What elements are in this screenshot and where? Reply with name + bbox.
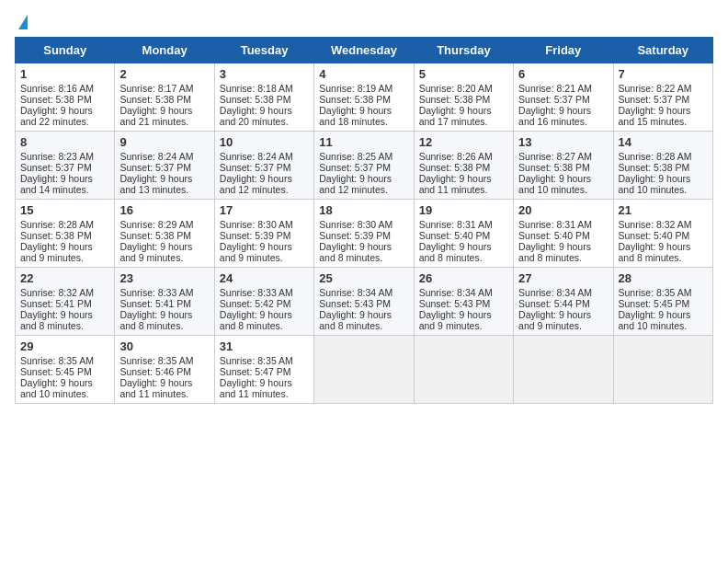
day-info-line: and 8 minutes. xyxy=(20,320,109,331)
day-number: 7 xyxy=(619,67,708,81)
day-info-line: Sunrise: 8:22 AM xyxy=(619,83,708,94)
day-info-line: Daylight: 9 hours xyxy=(220,173,309,184)
day-info-line: and 17 minutes. xyxy=(419,116,508,127)
day-info-line: Sunrise: 8:34 AM xyxy=(518,287,608,298)
day-info-line: Sunrise: 8:26 AM xyxy=(419,151,508,162)
day-info-line: Sunset: 5:38 PM xyxy=(419,162,508,173)
day-info-line: Sunset: 5:43 PM xyxy=(419,298,508,309)
day-info-line: Daylight: 9 hours xyxy=(518,105,608,116)
day-info-line: Sunrise: 8:24 AM xyxy=(220,151,309,162)
day-info-line: and 20 minutes. xyxy=(220,116,309,127)
day-number: 1 xyxy=(20,67,109,81)
day-info-line: Sunset: 5:45 PM xyxy=(20,366,109,377)
calendar-cell: 31Sunrise: 8:35 AMSunset: 5:47 PMDayligh… xyxy=(214,336,313,404)
day-info-line: Sunset: 5:38 PM xyxy=(518,162,608,173)
page-header xyxy=(15,15,713,29)
logo xyxy=(15,15,28,29)
day-info-line: Daylight: 9 hours xyxy=(518,241,608,252)
dow-header: Tuesday xyxy=(214,38,313,63)
day-number: 10 xyxy=(220,135,309,149)
day-info-line: Daylight: 9 hours xyxy=(119,173,209,184)
calendar-cell: 7Sunrise: 8:22 AMSunset: 5:37 PMDaylight… xyxy=(613,63,712,132)
calendar-cell xyxy=(314,336,414,404)
day-info-line: Daylight: 9 hours xyxy=(319,105,408,116)
calendar-cell: 27Sunrise: 8:34 AMSunset: 5:44 PMDayligh… xyxy=(514,268,613,336)
day-number: 29 xyxy=(20,339,109,353)
day-info-line: Sunset: 5:40 PM xyxy=(419,230,508,241)
day-info-line: Daylight: 9 hours xyxy=(220,377,309,388)
day-info-line: Daylight: 9 hours xyxy=(119,105,209,116)
calendar-cell: 10Sunrise: 8:24 AMSunset: 5:37 PMDayligh… xyxy=(214,132,313,200)
day-info-line: Sunrise: 8:35 AM xyxy=(619,287,708,298)
day-info-line: Sunset: 5:38 PM xyxy=(220,94,309,105)
day-info-line: Daylight: 9 hours xyxy=(419,309,508,320)
day-info-line: Sunrise: 8:30 AM xyxy=(220,219,309,230)
day-number: 8 xyxy=(20,135,109,149)
calendar-cell: 30Sunrise: 8:35 AMSunset: 5:46 PMDayligh… xyxy=(115,336,214,404)
day-info-line: Sunset: 5:40 PM xyxy=(619,230,708,241)
day-info-line: Daylight: 9 hours xyxy=(220,309,309,320)
calendar-cell xyxy=(414,336,513,404)
calendar-cell: 29Sunrise: 8:35 AMSunset: 5:45 PMDayligh… xyxy=(16,336,115,404)
calendar-cell: 19Sunrise: 8:31 AMSunset: 5:40 PMDayligh… xyxy=(414,200,513,268)
day-info-line: Daylight: 9 hours xyxy=(319,309,408,320)
calendar-cell: 6Sunrise: 8:21 AMSunset: 5:37 PMDaylight… xyxy=(514,63,613,132)
day-info-line: Sunrise: 8:20 AM xyxy=(419,83,508,94)
day-number: 13 xyxy=(518,135,608,149)
day-info-line: Sunset: 5:38 PM xyxy=(319,94,408,105)
calendar-cell: 14Sunrise: 8:28 AMSunset: 5:38 PMDayligh… xyxy=(613,132,712,200)
day-info-line: Sunrise: 8:29 AM xyxy=(119,219,209,230)
day-number: 18 xyxy=(319,203,408,217)
day-info-line: Sunset: 5:45 PM xyxy=(619,298,708,309)
day-info-line: and 16 minutes. xyxy=(518,116,608,127)
day-info-line: Daylight: 9 hours xyxy=(419,173,508,184)
day-info-line: Sunset: 5:43 PM xyxy=(319,298,408,309)
day-info-line: and 13 minutes. xyxy=(119,184,209,195)
day-info-line: Daylight: 9 hours xyxy=(419,241,508,252)
day-info-line: Sunset: 5:38 PM xyxy=(20,230,109,241)
day-info-line: Sunrise: 8:25 AM xyxy=(319,151,408,162)
day-info-line: Sunset: 5:37 PM xyxy=(619,94,708,105)
day-info-line: and 12 minutes. xyxy=(319,184,408,195)
day-info-line: Sunrise: 8:35 AM xyxy=(119,355,209,366)
day-info-line: Sunset: 5:42 PM xyxy=(220,298,309,309)
day-info-line: Sunset: 5:38 PM xyxy=(419,94,508,105)
calendar-cell: 3Sunrise: 8:18 AMSunset: 5:38 PMDaylight… xyxy=(214,63,313,132)
day-info-line: Sunset: 5:38 PM xyxy=(119,94,209,105)
day-number: 9 xyxy=(119,135,209,149)
day-info-line: Sunrise: 8:33 AM xyxy=(220,287,309,298)
day-info-line: Daylight: 9 hours xyxy=(619,105,708,116)
calendar-cell: 11Sunrise: 8:25 AMSunset: 5:37 PMDayligh… xyxy=(314,132,414,200)
day-info-line: and 10 minutes. xyxy=(619,320,708,331)
calendar-cell: 22Sunrise: 8:32 AMSunset: 5:41 PMDayligh… xyxy=(16,268,115,336)
day-number: 4 xyxy=(319,67,408,81)
day-info-line: Sunrise: 8:21 AM xyxy=(518,83,608,94)
dow-header: Thursday xyxy=(414,38,513,63)
day-info-line: Sunset: 5:40 PM xyxy=(518,230,608,241)
day-info-line: Daylight: 9 hours xyxy=(319,241,408,252)
calendar-cell: 9Sunrise: 8:24 AMSunset: 5:37 PMDaylight… xyxy=(115,132,214,200)
day-info-line: Sunrise: 8:24 AM xyxy=(119,151,209,162)
day-info-line: Sunset: 5:41 PM xyxy=(119,298,209,309)
day-info-line: and 8 minutes. xyxy=(518,252,608,263)
calendar-cell: 21Sunrise: 8:32 AMSunset: 5:40 PMDayligh… xyxy=(613,200,712,268)
day-info-line: and 8 minutes. xyxy=(220,320,309,331)
day-info-line: and 10 minutes. xyxy=(518,184,608,195)
calendar-cell: 8Sunrise: 8:23 AMSunset: 5:37 PMDaylight… xyxy=(16,132,115,200)
day-info-line: Daylight: 9 hours xyxy=(518,309,608,320)
day-info-line: Sunrise: 8:28 AM xyxy=(20,219,109,230)
day-info-line: and 9 minutes. xyxy=(419,320,508,331)
day-info-line: Sunrise: 8:27 AM xyxy=(518,151,608,162)
day-info-line: Sunset: 5:44 PM xyxy=(518,298,608,309)
day-info-line: Sunrise: 8:18 AM xyxy=(220,83,309,94)
day-number: 15 xyxy=(20,203,109,217)
day-info-line: Sunrise: 8:33 AM xyxy=(119,287,209,298)
day-info-line: Daylight: 9 hours xyxy=(119,241,209,252)
day-info-line: Daylight: 9 hours xyxy=(619,241,708,252)
day-info-line: Sunset: 5:39 PM xyxy=(220,230,309,241)
day-number: 20 xyxy=(518,203,608,217)
calendar-table: SundayMondayTuesdayWednesdayThursdayFrid… xyxy=(15,37,713,404)
day-number: 23 xyxy=(119,271,209,285)
calendar-cell: 26Sunrise: 8:34 AMSunset: 5:43 PMDayligh… xyxy=(414,268,513,336)
logo-icon xyxy=(18,15,28,29)
